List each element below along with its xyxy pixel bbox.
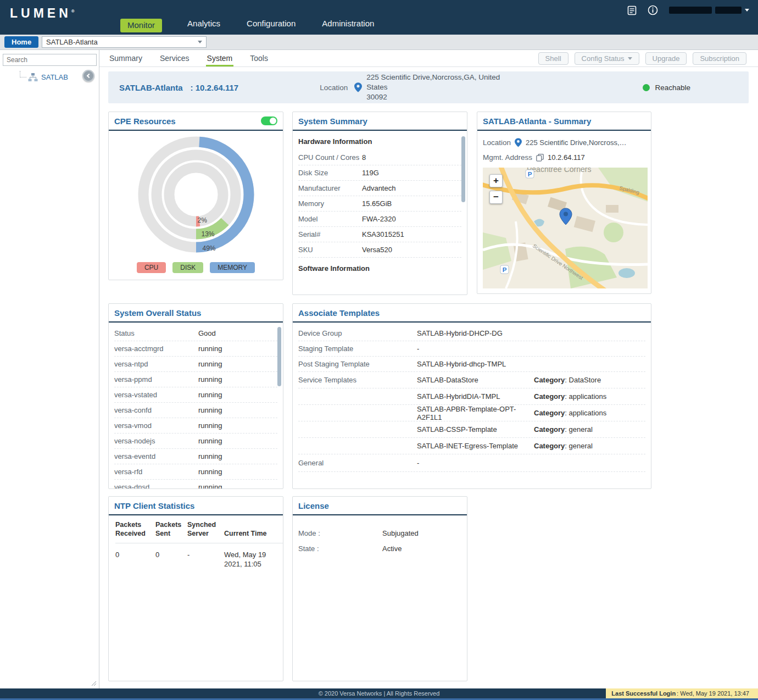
table-row: Device GroupSATLAB-Hybrid-DHCP-DG (298, 326, 645, 341)
config-status-button[interactable]: Config Status (575, 52, 639, 65)
scrollbar-thumb[interactable] (461, 136, 465, 202)
device-ip: : 10.2.64.117 (191, 83, 239, 92)
table-row: Memory15.65GiB (298, 196, 461, 212)
table-row: versa-vmodrunning (114, 418, 277, 434)
location-pin-icon (354, 82, 362, 92)
disk-percent-label: 13% (202, 230, 215, 238)
sitemap-icon (28, 73, 38, 81)
search-input[interactable] (3, 54, 97, 66)
cpe-donut-chart: 2% 13% 49% (136, 134, 257, 257)
hardware-information-header: Hardware Information (298, 131, 461, 150)
chevron-down-icon (198, 41, 202, 43)
license-card: License Mode :Subjugated State :Active (292, 496, 467, 681)
status-badge: Reachable (655, 84, 690, 92)
upgrade-button[interactable]: Upgrade (645, 52, 687, 65)
table-row: ModelFWA-2320 (298, 212, 461, 227)
card-title: License (298, 501, 329, 510)
cpe-resources-toggle[interactable] (261, 116, 277, 125)
legend-memory: MEMORY (210, 262, 255, 273)
main-nav: Monitor Analytics Configuration Administ… (120, 15, 375, 35)
subscription-button-label: Subscription (700, 54, 739, 63)
table-row: Post Staging TemplateSATLAB-Hybrid-dhcp-… (298, 357, 645, 372)
nav-analytics[interactable]: Analytics (186, 15, 221, 35)
card-title: SATLAB-Atlanta - Summary (483, 116, 591, 126)
nav-administration[interactable]: Administration (321, 15, 375, 35)
reachability-status: Reachable (643, 84, 690, 92)
table-row: SATLAB-INET-Egress-Template Category: ge… (298, 438, 645, 454)
last-login-badge: Last Successful Login: Wed, May 19 2021,… (606, 688, 758, 698)
cpu-percent-label: 2% (198, 216, 207, 224)
table-row: versa-vstatedrunning (114, 387, 277, 403)
table-row: ManufacturerAdvantech (298, 181, 461, 196)
copy-icon[interactable] (536, 154, 544, 162)
tree-node-satlab[interactable]: SATLAB (41, 73, 68, 81)
chevron-down-icon (628, 57, 632, 60)
table-row: StatusGood (114, 326, 277, 341)
tab-services[interactable]: Services (159, 50, 191, 66)
table-row: versa-confdrunning (114, 403, 277, 418)
map-zoom-in-button[interactable]: + (489, 174, 503, 187)
table-row: versa-nodejsrunning (114, 434, 277, 449)
table-row: Service Templates SATLAB-DataStore Categ… (298, 372, 645, 388)
top-bar: LUMEN® Monitor Analytics Configur (0, 0, 758, 35)
secondary-toolbar: Home SATLAB-Atlanta (0, 35, 758, 50)
subscription-button[interactable]: Subscription (693, 52, 746, 65)
location-label: Location (320, 84, 348, 92)
lumen-logo: LUMEN® (10, 6, 75, 21)
system-overall-status-card: System Overall Status StatusGood versa-a… (108, 303, 283, 489)
parking-icon: P (526, 170, 534, 178)
associate-templates-card: Associate Templates Device GroupSATLAB-H… (292, 303, 651, 489)
site-address: 225 Scientific Drive,Norcross,GA, Unit..… (526, 138, 629, 147)
footer: © 2020 Versa Networks | All Rights Reser… (0, 688, 758, 698)
chevron-down-icon (745, 9, 749, 12)
sidebar: SATLAB (0, 50, 99, 688)
tab-summary[interactable]: Summary (108, 50, 143, 66)
table-row: versa-ntpdrunning (114, 357, 277, 372)
card-title: Associate Templates (298, 308, 380, 318)
app-window: LUMEN® Monitor Analytics Configur (0, 0, 758, 700)
table-row: Disk Size119G (298, 165, 461, 181)
memory-percent-label: 49% (203, 245, 216, 252)
scrollbar-thumb[interactable] (277, 327, 281, 386)
nav-monitor[interactable]: Monitor (120, 19, 162, 32)
appliance-select[interactable]: SATLAB-Atlanta (42, 36, 207, 48)
table-row: SATLAB-CSSP-Template Category: general (298, 421, 645, 438)
mgmt-address-value: 10.2.64.117 (548, 153, 585, 162)
chart-legend: CPU DISK MEMORY (109, 262, 283, 273)
upgrade-button-label: Upgrade (653, 54, 680, 63)
legend-disk: DISK (172, 262, 203, 273)
map-area-label: Peachtree Corners (527, 168, 592, 174)
parking-icon: P (500, 265, 509, 274)
tab-tools[interactable]: Tools (249, 50, 269, 66)
map-zoom-out-button[interactable]: − (489, 191, 503, 204)
home-button[interactable]: Home (4, 36, 38, 48)
status-dot-icon (643, 84, 650, 91)
nav-configuration[interactable]: Configuration (246, 15, 297, 35)
tree-connector (20, 71, 26, 77)
card-title: System Overall Status (114, 308, 201, 318)
user-name-redacted (669, 7, 712, 14)
chevron-left-icon (87, 74, 91, 78)
location-pin-icon (515, 138, 522, 147)
table-row: versa-ppmdrunning (114, 372, 277, 387)
tab-system[interactable]: System (206, 50, 234, 66)
site-summary-card: SATLAB-Atlanta - Summary Location 225 Sc… (477, 112, 651, 294)
device-address: 225 Scientific Drive,Norcross,GA, United… (366, 73, 515, 103)
info-icon[interactable] (648, 5, 658, 15)
device-info-bar: SATLAB-Atlanta : 10.2.64.117 Location 22… (108, 71, 749, 103)
map[interactable]: Peachtree Corners Spalding Scientific Dr… (483, 168, 648, 288)
appliance-select-value: SATLAB-Atlanta (46, 38, 98, 46)
cpe-resources-card: CPE Resources 2% 13% 49% (108, 112, 283, 280)
table-header-row: Packets Received Packets Sent Synched Se… (115, 515, 283, 543)
user-menu[interactable] (669, 7, 749, 14)
shell-button[interactable]: Shell (538, 52, 568, 65)
sidebar-collapse-button[interactable] (82, 70, 94, 82)
svg-text:P: P (528, 171, 532, 177)
mgmt-address-label: Mgmt. Address (483, 153, 532, 162)
resize-grip[interactable] (91, 681, 97, 686)
legend-cpu: CPU (137, 262, 166, 273)
table-row: SATLAB-HybridDIA-TMPL Category: applicat… (298, 388, 645, 405)
appliance-tree: SATLAB (20, 73, 68, 81)
table-row: versa-rfdrunning (114, 464, 277, 480)
document-icon[interactable] (627, 5, 637, 15)
